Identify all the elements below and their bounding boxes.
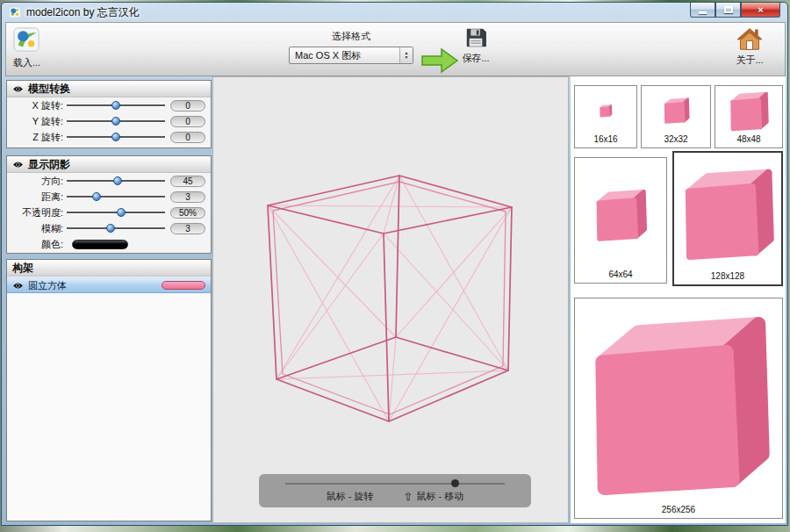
distance-slider[interactable] [67,192,165,201]
eye-icon[interactable] [12,161,24,169]
slider-thumb[interactable] [106,224,115,233]
cube-preview-256 [578,302,779,502]
move-hint-label: 鼠标 - 移动 [416,490,463,503]
z-rotation-slider[interactable] [67,133,165,141]
cube-preview-16 [599,104,613,118]
slider-thumb[interactable] [111,101,120,110]
structure-section: 构架 圆立方体 [6,259,212,521]
load-label: 载入... [13,56,40,69]
opacity-row: 不透明度: 50% [7,205,211,220]
slider-thumb[interactable] [111,133,120,141]
shadow-section-title: 显示阴影 [28,157,70,172]
opacity-value: 50% [170,207,205,219]
format-dropdown-value: Mac OS X 图标 [295,49,361,62]
slider-thumb[interactable] [111,117,120,126]
structure-list: 圆立方体 [7,277,211,521]
x-rotation-slider[interactable] [67,101,165,110]
wireframe-cube [213,77,568,522]
preview-32[interactable]: 32x32 [641,85,711,148]
direction-slider[interactable] [67,176,165,185]
distance-row: 距离: 3 [7,189,211,205]
move-hint: ⇧ 鼠标 - 移动 [404,490,464,503]
app-icon [9,6,21,18]
preview-256[interactable]: 256x256 [574,298,783,519]
maximize-icon [724,6,733,13]
window-titlebar[interactable]: model2icon by 忘言汉化 × [2,3,787,22]
cube-preview-32 [662,96,691,125]
eye-icon[interactable] [12,282,24,290]
format-dropdown[interactable]: Mac OS X 图标 ▲ ▼ [289,47,413,64]
view-hint-bar: 鼠标 - 旋转 ⇧ 鼠标 - 移动 [259,474,531,507]
direction-row: 方向: 45 [7,173,211,189]
preview-256-label: 256x256 [575,505,782,518]
spinner-down-icon: ▼ [405,55,409,60]
about-icon [736,26,763,51]
shadow-color-row: 颜色: [7,236,211,252]
y-rotation-row: Y 旋转: 0 [7,113,211,129]
load-button[interactable]: 载入... [13,26,40,69]
minimize-button[interactable] [690,3,715,18]
z-rotation-value: 0 [170,132,205,143]
load-icon [13,26,40,53]
zoom-slider-thumb[interactable] [451,479,459,487]
maximize-button[interactable] [715,3,741,18]
direction-label: 方向: [12,175,67,188]
opacity-label: 不透明度: [12,206,67,219]
blur-value: 3 [170,223,205,234]
x-rotation-value: 0 [170,100,205,111]
about-button[interactable]: 关于... [727,26,772,67]
slider-thumb[interactable] [117,208,126,217]
preview-64[interactable]: 64x64 [574,157,667,284]
preview-panel: 16x16 32x32 48x48 64x64 128x128 256x256 [571,76,786,523]
app-window: model2icon by 忘言汉化 × 载入... 选择格式 Mac OS X… [1,2,788,526]
shadow-section: 显示阴影 方向: 45 距离: 3 不透明度: 50% 模糊: 3 [6,155,212,254]
settings-panel: 模型转换 X 旋转: 0 Y 旋转: 0 Z 旋转: 0 显示阴影 [6,78,212,523]
convert-arrow-icon [420,47,459,74]
about-label: 关于... [727,54,772,67]
slider-thumb[interactable] [113,176,122,185]
preview-32-label: 32x32 [642,134,710,147]
zoom-slider[interactable] [285,483,505,485]
toolbar: 载入... 选择格式 Mac OS X 图标 ▲ ▼ 保存... 关于... [5,22,786,76]
window-title: model2icon by 忘言汉化 [26,5,140,20]
shadow-color-swatch[interactable] [72,240,128,249]
direction-value: 45 [170,176,205,187]
z-rotation-label: Z 旋转: [12,131,67,144]
cube-preview-64 [592,185,650,243]
preview-48-label: 48x48 [715,134,782,147]
distance-label: 距离: [12,191,67,204]
save-icon [464,26,487,49]
model-color-swatch[interactable] [162,281,205,290]
preview-128-label: 128x128 [674,271,781,284]
close-button[interactable]: × [741,3,780,18]
cube-preview-48 [727,89,771,133]
transform-section: 模型转换 X 旋转: 0 Y 旋转: 0 Z 旋转: 0 [6,80,212,148]
x-rotation-row: X 旋转: 0 [7,97,211,113]
preview-128[interactable]: 128x128 [672,151,783,286]
preview-16-label: 16x16 [575,134,636,147]
shift-key-icon: ⇧ [404,490,413,503]
transform-section-title: 模型转换 [28,82,70,97]
y-rotation-slider[interactable] [67,117,165,126]
blur-row: 模糊: 3 [7,220,211,236]
opacity-slider[interactable] [67,208,165,217]
model-viewport[interactable]: 鼠标 - 旋转 ⇧ 鼠标 - 移动 [212,76,569,523]
structure-section-title: 构架 [12,261,33,276]
close-icon: × [758,4,763,15]
structure-list-item[interactable]: 圆立方体 [7,277,211,293]
save-button[interactable]: 保存... [456,26,496,65]
slider-thumb[interactable] [92,192,101,201]
y-rotation-label: Y 旋转: [12,115,67,128]
format-label: 选择格式 [332,31,370,41]
format-group: 选择格式 Mac OS X 图标 ▲ ▼ [289,27,413,64]
preview-16[interactable]: 16x16 [574,85,637,148]
blur-slider[interactable] [67,224,165,233]
dropdown-spinner[interactable]: ▲ ▼ [399,47,413,63]
preview-48[interactable]: 48x48 [715,85,783,148]
y-rotation-value: 0 [170,116,205,127]
rotate-hint: 鼠标 - 旋转 [327,490,374,503]
blur-label: 模糊: [12,222,67,235]
x-rotation-label: X 旋转: [12,99,67,112]
eye-icon[interactable] [12,85,24,93]
minimize-icon [699,11,707,14]
